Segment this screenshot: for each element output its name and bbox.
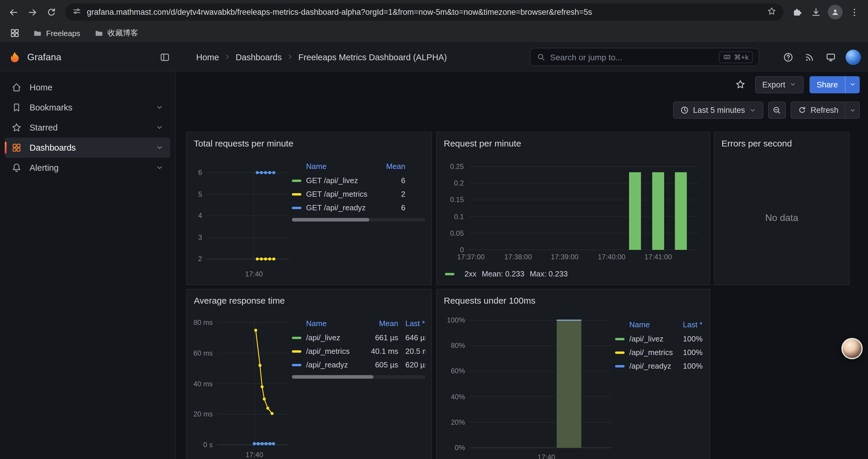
downloads-icon[interactable] [807, 3, 825, 21]
axis-label: 17:40:00 [588, 253, 635, 261]
address-bar[interactable]: grafana.mathmast.com/d/deytv4rwavabkb/fr… [65, 4, 783, 21]
series-max: Max: 0.233 [530, 269, 568, 278]
browser-profile-avatar[interactable] [828, 5, 843, 20]
bookmark-folder-freeleaps[interactable]: Freeleaps [28, 27, 85, 39]
chart-plot[interactable] [207, 167, 289, 267]
chevron-down-icon[interactable] [155, 124, 164, 132]
reload-button[interactable] [42, 3, 60, 21]
back-button[interactable] [5, 3, 23, 21]
timeseries-chart: 6543217:40 [191, 164, 292, 282]
panel-title[interactable]: Errors per second [714, 132, 849, 150]
axis-label: 6 [191, 168, 202, 177]
search-placeholder: Search or jump to... [550, 52, 622, 62]
site-settings-icon[interactable] [72, 6, 82, 18]
user-avatar[interactable] [845, 49, 861, 65]
help-icon[interactable] [779, 48, 797, 66]
breadcrumb-home[interactable]: Home [196, 52, 219, 62]
sidebar-item-label: Home [30, 83, 52, 92]
legend-row[interactable]: GET /api/_readyz6 [292, 201, 426, 215]
sidebar-item-label: Bookmarks [30, 103, 72, 112]
chevron-down-icon[interactable] [155, 143, 164, 152]
panel-title[interactable]: Request per minute [437, 132, 710, 150]
chart-plot[interactable] [469, 164, 698, 250]
axis-label: 2 [191, 255, 202, 263]
legend-scrollbar[interactable] [292, 375, 426, 379]
chevron-down-icon [749, 107, 756, 114]
scrollbar-thumb[interactable] [292, 375, 373, 379]
series-label[interactable]: 2xx [464, 269, 476, 278]
chevron-right-icon [286, 52, 294, 62]
time-range-picker[interactable]: Last 5 minutes [673, 102, 764, 119]
viewport: grafana.mathmast.com/d/deytv4rwavabkb/fr… [0, 0, 868, 459]
time-controls: Last 5 minutes Refresh [673, 102, 860, 119]
zoom-out-icon [772, 106, 781, 114]
header-icons [779, 42, 861, 71]
axis-label: 40 ms [191, 380, 213, 388]
legend-row[interactable]: /api/_livez661 µs646 µs [292, 331, 426, 345]
legend-row[interactable]: /api/_metrics100% [615, 346, 703, 359]
extensions-icon[interactable] [788, 3, 806, 21]
refresh-interval-caret[interactable] [845, 102, 859, 118]
axis-label: 0.25 [442, 162, 464, 171]
sidebar-item-label: Alerting [30, 163, 59, 172]
scrollbar-thumb[interactable] [292, 218, 369, 222]
sidebar-item-label: Starred [30, 123, 58, 132]
panel-title[interactable]: Average response time [187, 290, 431, 307]
panel-average-response-time: Average response time 80 ms60 ms40 ms20 … [186, 289, 432, 459]
search-shortcut: ⌘+k [719, 51, 753, 63]
bookmark-star-icon[interactable] [767, 6, 776, 18]
folder-icon [33, 29, 42, 37]
legend-row[interactable]: GET /api/_livez6 [292, 174, 426, 187]
news-rss-icon[interactable] [801, 48, 818, 66]
browser-menu-icon[interactable] [845, 3, 863, 21]
assistant-avatar-button[interactable] [841, 338, 863, 359]
bookmark-icon [11, 102, 22, 113]
panel-title[interactable]: Total requests per minute [187, 132, 431, 150]
search-input[interactable]: Search or jump to... ⌘+k [530, 48, 759, 66]
legend-row[interactable]: /api/_metrics40.1 ms20.5 ms [292, 345, 426, 358]
forward-button[interactable] [24, 3, 41, 21]
refresh-button[interactable]: Refresh [790, 102, 860, 119]
legend-row[interactable]: GET /api/_metrics2 [292, 187, 426, 201]
legend-header: NameLast * [615, 317, 703, 332]
panel-title[interactable]: Requests under 100ms [437, 290, 710, 307]
chart-plot[interactable] [217, 319, 288, 448]
favorite-star-icon[interactable] [732, 76, 749, 93]
panel-request-per-minute: Request per minute 0.250.20.150.10.05017… [436, 132, 710, 285]
sidebar-item-starred[interactable]: Starred [5, 118, 170, 138]
legend-inline: 2xx Mean: 0.233 Max: 0.233 [445, 269, 568, 278]
zoom-out-button[interactable] [768, 102, 785, 119]
sidebar-item-dashboards[interactable]: Dashboards [5, 138, 170, 158]
panel-requests-under-100ms: Requests under 100ms 100%80%60%40%20%0%1… [436, 289, 710, 459]
sidebar-item-home[interactable]: Home [5, 77, 170, 97]
display-icon[interactable] [822, 48, 840, 66]
legend-row[interactable]: /api/_readyz605 µs620 µs [292, 358, 426, 371]
legend-row[interactable]: /api/_readyz100% [615, 359, 703, 373]
bookmark-folder-blogs[interactable]: 收藏博客 [90, 26, 143, 40]
axis-label: 100% [442, 316, 465, 324]
sidebar-toggle-icon[interactable] [156, 48, 174, 66]
share-menu-caret[interactable] [845, 76, 860, 93]
dashboard-actions-bar: Export Share [176, 71, 868, 97]
series-mean: Mean: 0.233 [482, 269, 524, 278]
sidebar-item-alerting[interactable]: Alerting [5, 158, 170, 178]
no-data-message: No data [714, 213, 849, 223]
sidebar-item-bookmarks[interactable]: Bookmarks [5, 97, 170, 118]
grafana-flame-icon [8, 51, 21, 64]
axis-label: 0.2 [442, 179, 464, 187]
axis-label: 4 [191, 212, 202, 220]
grafana-logo[interactable]: Grafana [8, 42, 61, 71]
chevron-down-icon[interactable] [155, 103, 164, 112]
apps-grid-icon[interactable] [6, 24, 24, 42]
share-button[interactable]: Share [809, 76, 860, 93]
grafana-header: Grafana Home Dashboards Freeleaps Metric… [0, 42, 868, 71]
export-button[interactable]: Export [755, 76, 804, 93]
legend-row[interactable]: /api/_livez100% [615, 332, 703, 346]
refresh-icon [797, 106, 806, 114]
chart-plot[interactable] [470, 317, 612, 450]
chevron-down-icon[interactable] [155, 164, 164, 172]
url-text: grafana.mathmast.com/d/deytv4rwavabkb/fr… [87, 8, 762, 17]
legend-scrollbar[interactable] [292, 218, 426, 222]
bar-chart: 0.250.20.150.10.05017:37:0017:38:0017:39… [442, 161, 703, 279]
breadcrumb-dashboards[interactable]: Dashboards [236, 52, 282, 62]
